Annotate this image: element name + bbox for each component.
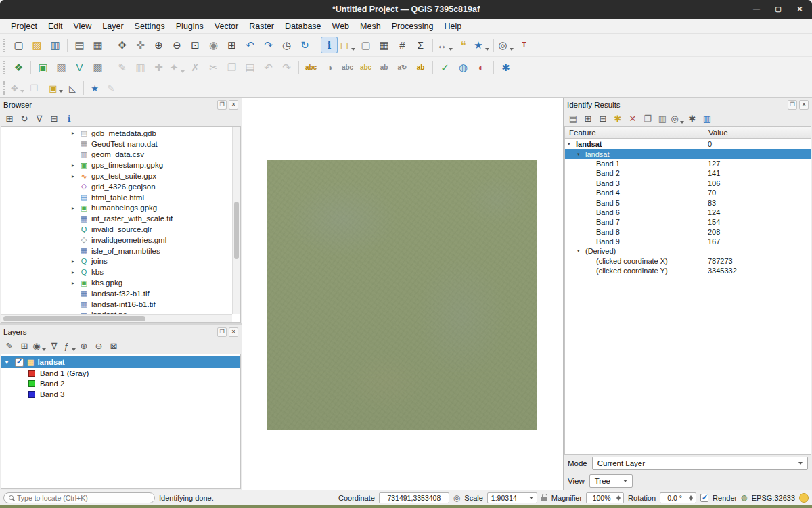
measure-button[interactable]: ↔ <box>436 37 453 53</box>
browser-item[interactable]: ▦ int_raster_with_scale.tif <box>1 213 232 224</box>
layer-styling-button[interactable]: ✎ <box>3 340 16 353</box>
browser-item[interactable]: Q invalid_source.qlr <box>1 224 232 235</box>
browser-item[interactable]: ▸ ▣ kbs.gpkg <box>1 277 232 288</box>
open-project-button[interactable]: ▨ <box>28 37 45 53</box>
browser-close-button[interactable]: ✕ <box>229 100 238 110</box>
save-project-button[interactable]: ▥ <box>47 37 64 53</box>
browser-item[interactable]: ▦ landsat-f32-b1.tif <box>1 288 232 299</box>
identify-result-row[interactable]: (clicked coordinate Y) 3345332 <box>565 266 811 275</box>
identify-mode-button[interactable]: ◎ <box>671 112 684 126</box>
coordinate-input[interactable]: 731491,3353408 <box>379 492 449 503</box>
menu-item[interactable]: Plugins <box>171 20 209 32</box>
zoom-next-button[interactable]: ↷ <box>260 37 277 53</box>
filter-legend-button[interactable]: ∇ <box>47 340 61 353</box>
minimize-button[interactable]: — <box>751 4 762 15</box>
move-label-button[interactable]: ab <box>376 59 392 76</box>
collapse-tree-button[interactable]: ⊟ <box>596 112 610 126</box>
browser-vertical-scrollbar[interactable] <box>232 127 240 314</box>
new-shapefile-layer-button[interactable]: ▧ <box>53 59 70 76</box>
expand-arrow-icon[interactable]: ▸ <box>72 173 79 179</box>
new-project-button[interactable]: ▢ <box>10 37 27 53</box>
identify-result-row[interactable]: ▾ landsat 0 <box>565 139 811 149</box>
close-button[interactable]: ✕ <box>794 4 805 15</box>
menu-item[interactable]: Web <box>327 20 355 32</box>
browser-item[interactable]: ▸ Q kbs <box>1 267 232 277</box>
remove-layer-button[interactable]: ⊠ <box>107 340 120 353</box>
identify-float-button[interactable]: ❐ <box>788 100 797 110</box>
expand-all-button[interactable]: ⊕ <box>77 340 91 353</box>
menu-item[interactable]: Database <box>279 20 327 32</box>
browser-item[interactable]: ▥ geom_data.csv <box>1 149 232 160</box>
title-bar[interactable]: *Untitled Project — QGIS 7395c819af — ▢ … <box>0 0 812 19</box>
expand-arrow-icon[interactable]: ▸ <box>72 280 79 286</box>
open-attribute-table-button[interactable]: ▦ <box>376 37 392 53</box>
zoom-to-selection-button[interactable]: ◉ <box>205 37 222 53</box>
map-themes-button[interactable]: ◉ <box>32 340 46 353</box>
new-spatial-bookmark-button[interactable]: ★ <box>87 80 102 95</box>
value-column-header[interactable]: Value <box>704 127 811 138</box>
metasearch-button[interactable]: ◐ <box>473 59 490 76</box>
identify-settings-button[interactable]: ✱ <box>685 112 699 126</box>
tree-arrow-icon[interactable]: ▾ <box>577 248 583 254</box>
browser-horizontal-scrollbar[interactable] <box>1 314 232 322</box>
feature-column-header[interactable]: Feature <box>565 127 704 138</box>
menu-item[interactable]: View <box>68 20 97 32</box>
tree-arrow-icon[interactable]: ▾ <box>577 152 583 157</box>
identify-result-row[interactable]: Band 1 127 <box>565 159 811 168</box>
expand-new-results-button[interactable]: ✱ <box>611 112 625 126</box>
scale-lock-icon[interactable] <box>541 497 547 501</box>
new-temporary-layer-button[interactable]: ▩ <box>89 59 106 76</box>
highlight-labels-button[interactable]: abc <box>357 59 374 76</box>
browser-item[interactable]: ▸ Q joins <box>1 256 232 267</box>
layer-item-landsat[interactable]: ▾ ▦ landsat <box>1 356 240 368</box>
browser-float-button[interactable]: ❐ <box>217 100 227 110</box>
layer-diagram-button[interactable]: ◑ <box>321 59 338 76</box>
mode-select[interactable]: Current Layer <box>592 457 808 470</box>
zoom-out-button[interactable]: ⊖ <box>168 37 185 53</box>
scrollbar-thumb[interactable] <box>3 316 145 321</box>
new-3d-map-button[interactable]: ▣ <box>49 80 64 95</box>
statistical-summary-button[interactable]: Σ <box>412 37 429 53</box>
browser-item[interactable]: ▸ ∿ gpx_test_suite.gpx <box>1 170 232 181</box>
zoom-full-button[interactable]: ⊡ <box>187 37 204 53</box>
help-button[interactable]: ▥ <box>700 112 714 126</box>
filter-browser-button[interactable]: ∇ <box>32 112 46 126</box>
scrollbar-thumb[interactable] <box>234 202 239 259</box>
menu-item[interactable]: Help <box>438 20 467 32</box>
band-item[interactable]: Band 2 <box>1 379 240 390</box>
locator-input[interactable] <box>17 494 150 502</box>
refresh-map-button[interactable]: ↻ <box>296 37 313 53</box>
layer-visibility-checkbox[interactable] <box>15 358 24 367</box>
toolbar-handle[interactable] <box>3 81 7 95</box>
layout-manager-button[interactable]: ▦ <box>89 37 106 53</box>
zoom-in-button[interactable]: ⊕ <box>150 37 167 53</box>
browser-item[interactable]: ▸ ▣ gps_timestamp.gpkg <box>1 160 232 170</box>
layer-labeling-button[interactable]: abc <box>302 59 319 76</box>
collapse-all-button[interactable]: ⊖ <box>92 340 106 353</box>
osm-place-search-button[interactable]: ◍ <box>455 59 472 76</box>
render-checkbox[interactable] <box>700 494 708 502</box>
browser-item[interactable]: ▸ ▤ gdb_metadata.gdb <box>1 128 232 139</box>
layers-float-button[interactable]: ❐ <box>217 327 227 337</box>
open-form-button[interactable]: ▤ <box>566 112 580 126</box>
browser-item[interactable]: ▦ isle_of_man.mbtiles <box>1 246 232 256</box>
menu-item[interactable]: Processing <box>386 20 439 32</box>
map-tips-button[interactable]: ❝ <box>455 37 472 53</box>
identify-result-row[interactable]: Band 6 124 <box>565 208 811 217</box>
map-canvas[interactable] <box>242 98 563 490</box>
menu-item[interactable]: Settings <box>129 20 171 32</box>
expand-arrow-icon[interactable]: ▸ <box>72 130 79 136</box>
menu-item[interactable]: Mesh <box>355 20 386 32</box>
identify-result-row[interactable]: Band 7 154 <box>565 217 811 227</box>
identify-result-row[interactable]: Band 3 106 <box>565 179 811 188</box>
expand-arrow-icon[interactable]: ▸ <box>72 205 79 211</box>
browser-item[interactable]: ▦ GeodTest-nano.dat <box>1 139 232 149</box>
browser-item[interactable]: ◇ invalidgeometries.gml <box>1 235 232 246</box>
zoom-last-button[interactable]: ↶ <box>242 37 258 53</box>
rotate-label-button[interactable]: a↻ <box>394 59 411 76</box>
browser-item[interactable]: ▤ html_table.html <box>1 192 232 203</box>
change-label-button[interactable]: ab <box>412 59 429 76</box>
tree-arrow-icon[interactable]: ▾ <box>568 141 574 147</box>
expand-tree-button[interactable]: ⊞ <box>581 112 595 126</box>
filter-expression-button[interactable]: ƒ <box>62 340 76 353</box>
